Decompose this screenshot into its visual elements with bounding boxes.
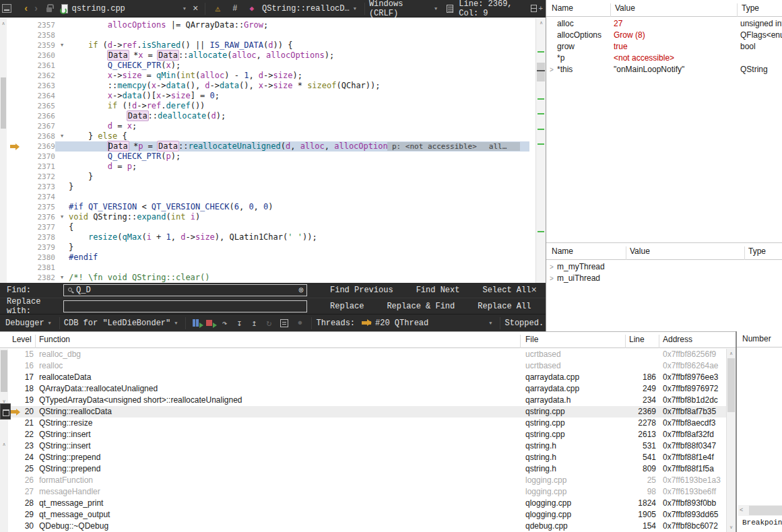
stack-frame-row[interactable]: 20QString::reallocDataqstring.cpp23690x7… <box>0 406 726 418</box>
output-pane-toggle[interactable] <box>0 403 11 420</box>
breakpoint-margin[interactable] <box>7 30 22 40</box>
line-number[interactable]: 2372 <box>22 172 55 182</box>
column-header-address[interactable]: Address <box>663 335 692 344</box>
step-over-icon[interactable]: ↷ <box>217 318 232 329</box>
stack-frame-row[interactable]: 25QString::prependqstring.h8090x7ffbf88f… <box>0 463 726 475</box>
breakpoint-margin[interactable] <box>7 71 22 81</box>
column-header-line[interactable]: Line <box>629 335 645 344</box>
debugger-mode-dropdown[interactable]: Debugger <box>5 319 44 328</box>
window-menu-icon[interactable] <box>2 4 11 13</box>
column-separator[interactable] <box>626 246 626 260</box>
fold-marker-icon[interactable] <box>55 232 69 242</box>
code-line[interactable]: 2360 Data *x = Data::allocate(alloc, all… <box>7 51 529 61</box>
find-input[interactable]: Q_D ⊗ <box>63 284 307 296</box>
line-number[interactable]: 2371 <box>22 162 55 172</box>
line-number[interactable]: 2362 <box>22 71 55 81</box>
code-line[interactable]: 2359▼ if (d->ref.isShared() || IS_RAW_DA… <box>7 40 529 51</box>
code-editor[interactable]: 2357 allocOptions |= QArrayData::Grow;23… <box>0 18 546 283</box>
fold-marker-icon[interactable] <box>55 71 69 81</box>
debug-engine-dropdown[interactable]: CDB for "LedDieBonder" <box>64 319 170 328</box>
line-number[interactable]: 2382 <box>22 273 55 283</box>
breakpoint-margin[interactable] <box>7 172 22 182</box>
stack-frame-row[interactable]: 23QString::insertqstring.h5310x7ffbf88f0… <box>0 440 726 452</box>
forward-button[interactable]: › <box>31 3 41 14</box>
line-number[interactable]: 2366 <box>22 111 55 121</box>
debugger-log-icon[interactable] <box>280 319 288 327</box>
breakpoint-margin[interactable] <box>7 242 22 253</box>
stack-frame-row[interactable]: 21QString::resizeqstring.cpp22780x7ffbf8… <box>0 418 726 429</box>
column-header-name[interactable]: Name <box>552 246 573 256</box>
fold-marker-icon[interactable] <box>55 263 69 273</box>
stack-frame-row[interactable]: 24QString::prependqstring.h5410x7ffbf88f… <box>0 452 726 463</box>
variable-row[interactable]: growtruebool <box>546 41 782 53</box>
code-line[interactable]: 2380#endif <box>7 253 529 263</box>
file-dropdown-icon[interactable]: ▼ <box>183 6 186 11</box>
line-number[interactable]: 2373 <box>22 182 55 192</box>
code-line[interactable]: 2357 allocOptions |= QArrayData::Grow; <box>7 20 529 30</box>
line-number[interactable]: 2358 <box>22 30 55 40</box>
replace-all-button[interactable]: Replace All <box>478 302 531 311</box>
code-line[interactable]: 2366 Data::deallocate(d); <box>7 111 529 121</box>
fold-marker-icon[interactable]: ▼ <box>55 40 69 51</box>
line-number[interactable]: 2379 <box>22 242 55 253</box>
code-line[interactable]: 2376▼void QString::expand(int i) <box>7 212 529 222</box>
column-header-function[interactable]: Function <box>39 335 70 344</box>
code-line[interactable]: 2358 <box>7 30 529 40</box>
column-header-value[interactable]: Value <box>615 3 635 13</box>
expand-chevron-icon[interactable]: > <box>546 64 557 75</box>
fold-marker-icon[interactable]: ▼ <box>55 273 69 283</box>
editor-right-scrollbar[interactable]: ∧ <box>535 18 546 283</box>
open-file-tab[interactable]: qstring.cpp <box>72 4 125 13</box>
step-out-icon[interactable]: ↥ <box>247 318 261 329</box>
code-line[interactable]: 2361 Q_CHECK_PTR(x); <box>7 61 529 71</box>
code-line[interactable]: 2364 x->data()[x->size] = 0; <box>7 91 529 101</box>
breakpoints-pane-title[interactable]: Breakpoint <box>742 519 782 527</box>
breakpoint-margin[interactable] <box>7 202 22 212</box>
column-separator[interactable] <box>744 246 745 260</box>
line-number[interactable]: 2359 <box>22 40 55 51</box>
line-number[interactable]: 2360 <box>22 51 55 61</box>
scrollbar-thumb[interactable] <box>1 77 6 129</box>
code-line[interactable]: 2374 <box>7 192 529 202</box>
expand-chevron-icon[interactable]: > <box>546 261 557 273</box>
line-number[interactable]: 2368 <box>22 131 55 141</box>
fold-marker-icon[interactable] <box>55 242 69 253</box>
breakpoint-margin[interactable] <box>7 81 22 91</box>
breakpoint-margin[interactable] <box>7 141 22 152</box>
breakpoint-margin[interactable] <box>7 131 22 141</box>
line-number[interactable]: 2367 <box>22 121 55 131</box>
breakpoint-margin[interactable] <box>7 91 22 101</box>
split-editor-icon[interactable] <box>531 5 537 12</box>
breakpoint-margin[interactable] <box>7 162 22 172</box>
breakpoint-margin[interactable] <box>7 182 22 192</box>
line-number[interactable]: 2364 <box>22 91 55 101</box>
code-line[interactable]: 2381 <box>7 263 529 273</box>
fold-marker-icon[interactable] <box>55 172 69 182</box>
fold-marker-icon[interactable] <box>55 101 69 111</box>
scroll-up-icon[interactable]: ∧ <box>0 442 8 447</box>
fold-marker-icon[interactable] <box>55 91 69 101</box>
breakpoint-margin[interactable] <box>7 152 22 162</box>
code-line[interactable]: 2367 d = x; <box>7 121 529 131</box>
stack-frame-row[interactable]: 27messageHandlerlogging.cpp980x7ff6193be… <box>0 486 726 498</box>
engine-dropdown-icon[interactable]: ▼ <box>174 321 177 326</box>
column-header-level[interactable]: Level <box>12 335 32 344</box>
fold-marker-icon[interactable] <box>55 61 69 71</box>
column-header-file[interactable]: File <box>525 335 538 344</box>
encoding-dropdown[interactable]: Windows (CRLF) <box>369 0 425 18</box>
back-button[interactable]: ‹ <box>21 3 31 14</box>
step-into-icon[interactable]: ↧ <box>232 318 247 329</box>
column-separator[interactable] <box>659 335 659 348</box>
fold-marker-icon[interactable] <box>55 253 69 263</box>
stack-left-scrollbar[interactable]: ∨ ∧ <box>0 349 8 532</box>
fold-marker-icon[interactable] <box>55 222 69 232</box>
line-number[interactable]: 2381 <box>22 263 55 273</box>
hash-icon[interactable]: # <box>232 4 237 13</box>
warning-icon[interactable]: ⚠ <box>215 3 220 14</box>
code-line[interactable]: 2382▼/*! \fn void QString::clear() <box>7 273 529 283</box>
code-line[interactable]: 2371 d = p; <box>7 162 529 172</box>
line-number[interactable]: 2369 <box>22 141 55 152</box>
thread-dropdown[interactable]: #20 QThread <box>375 319 428 328</box>
code-line[interactable]: 2372 } <box>7 172 529 182</box>
column-header-type[interactable]: Type <box>748 246 766 256</box>
